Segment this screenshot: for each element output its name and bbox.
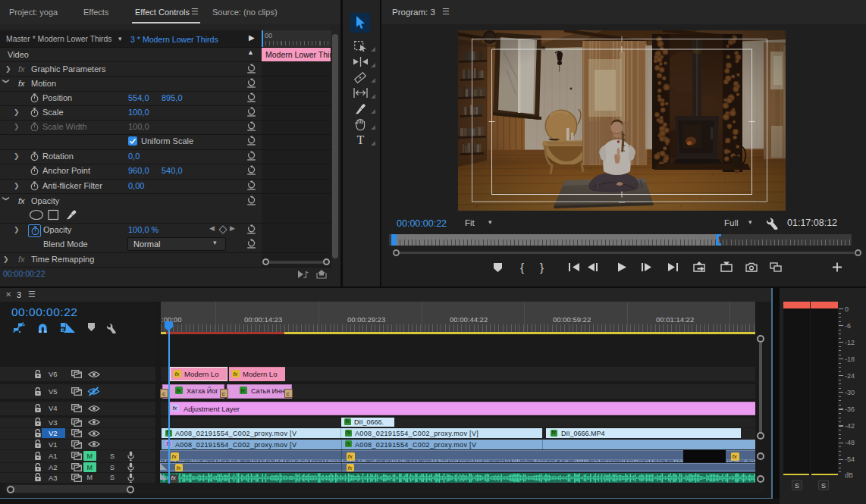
svg-text:T: T xyxy=(357,134,365,146)
svg-text:}: } xyxy=(540,261,544,274)
svg-text:{: { xyxy=(520,261,524,274)
